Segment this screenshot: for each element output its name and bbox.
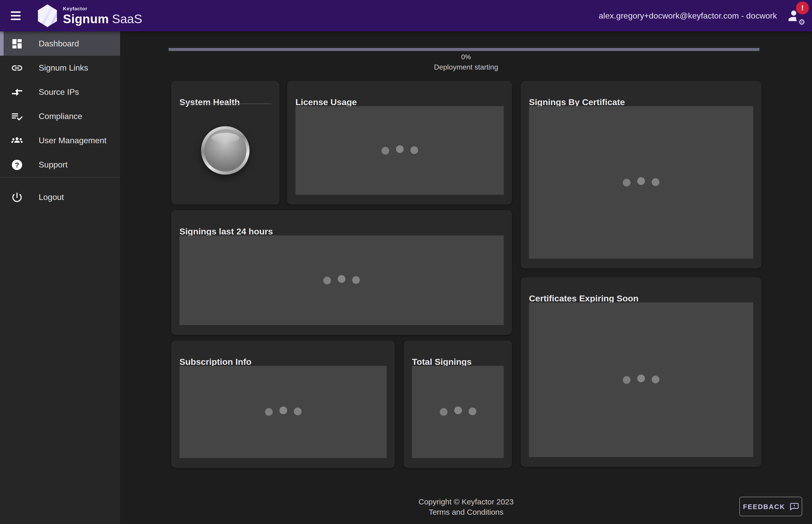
- sidebar-item-user-management[interactable]: User Management: [0, 128, 120, 152]
- sidebar-item-label: Dashboard: [39, 39, 79, 48]
- footer-copyright: Copyright © Keyfactor 2023: [120, 497, 812, 506]
- user-account-label: alex.gregory+docwork@keyfactor.com - doc…: [599, 11, 777, 20]
- hamburger-icon: [11, 11, 20, 13]
- card-certificates-expiring-soon: Certificates Expiring Soon: [521, 277, 762, 467]
- loading-dot: [637, 177, 645, 185]
- card-divider: [179, 103, 271, 104]
- loading-dots: [323, 276, 360, 284]
- dashboard-icon: [11, 37, 23, 50]
- system-health-status-orb: [201, 126, 250, 175]
- loading-dot: [293, 408, 301, 415]
- help-icon: ?: [11, 159, 23, 171]
- keyfactor-hexagon-logo: [37, 4, 58, 27]
- sidebar-item-label: Logout: [39, 193, 64, 202]
- feedback-bubble-icon: [789, 502, 799, 511]
- gear-icon: ⚙: [798, 18, 805, 26]
- loading-dot: [652, 178, 659, 186]
- chart-placeholder-panel: [179, 235, 504, 325]
- card-signings-by-certificate: Signings By Certificate: [521, 81, 762, 268]
- terms-and-conditions-link[interactable]: Terms and Conditions: [120, 508, 812, 516]
- card-system-health: System Health: [171, 81, 280, 204]
- manage-account-button[interactable]: ⚙ !: [784, 5, 805, 26]
- card-total-signings: Total Signings: [404, 341, 512, 468]
- sidebar-item-source-ips[interactable]: Source IPs: [0, 80, 120, 104]
- brand-saas: SaaS: [112, 13, 142, 25]
- brand-keyfactor: Keyfactor: [63, 6, 142, 11]
- loading-dot: [323, 276, 331, 284]
- sidebar-item-logout[interactable]: Logout: [0, 185, 120, 209]
- chart-placeholder-panel: [296, 106, 504, 195]
- sidebar-item-compliance[interactable]: Compliance: [0, 104, 120, 128]
- loading-dot: [279, 407, 287, 414]
- sidebar-item-dashboard[interactable]: Dashboard: [0, 31, 120, 56]
- sidebar-item-label: User Management: [39, 136, 107, 145]
- svg-text:?: ?: [15, 161, 19, 169]
- loading-dot: [410, 146, 418, 154]
- loading-dot: [440, 408, 447, 416]
- loading-dot: [637, 374, 645, 382]
- brand-logo[interactable]: Keyfactor Signum SaaS: [37, 4, 142, 27]
- card-subscription-info: Subscription Info: [171, 341, 395, 468]
- loading-dot: [454, 407, 462, 414]
- feedback-button[interactable]: FEEDBACK: [739, 497, 802, 516]
- deployment-status: Deployment starting: [120, 63, 812, 71]
- main-content: 0% Deployment starting System Health Lic…: [120, 31, 812, 524]
- chart-placeholder-panel: [529, 302, 753, 457]
- deployment-percent: 0%: [120, 53, 812, 61]
- sidebar-item-label: Compliance: [39, 112, 82, 121]
- link-icon: [11, 62, 23, 74]
- loading-dot: [396, 145, 403, 153]
- feedback-button-label: FEEDBACK: [743, 503, 785, 510]
- loading-dots: [381, 147, 418, 154]
- alert-badge: !: [796, 1, 809, 14]
- deployment-progress-bar: [169, 48, 760, 51]
- sidebar-item-label: Support: [39, 160, 67, 169]
- group-icon: [11, 134, 23, 147]
- card-license-usage: License Usage: [287, 81, 512, 204]
- playlist-check-icon: [11, 110, 23, 122]
- loading-dot: [352, 276, 360, 284]
- card-signings-last-24-hours: Signings last 24 hours: [171, 210, 512, 335]
- sidebar-item-support[interactable]: ? Support: [0, 152, 120, 177]
- card-title: System Health: [179, 97, 240, 108]
- loading-dot: [265, 408, 272, 416]
- chart-placeholder-panel: [412, 366, 504, 458]
- loading-dot: [623, 376, 631, 383]
- sidebar-item-signum-links[interactable]: Signum Links: [0, 56, 120, 80]
- sidebar: Dashboard Signum Links Source IPs: [0, 31, 120, 524]
- topbar-right: alex.gregory+docwork@keyfactor.com - doc…: [599, 5, 805, 26]
- power-icon: [11, 191, 23, 203]
- sidebar-divider: [0, 177, 120, 178]
- sidebar-item-label: Source IPs: [39, 87, 79, 97]
- compare-arrows-icon: [11, 86, 23, 98]
- loading-dots: [623, 376, 659, 383]
- loading-dots: [623, 179, 659, 186]
- loading-dot: [468, 408, 476, 415]
- loading-dot: [338, 275, 346, 283]
- loading-dot: [381, 147, 389, 154]
- loading-dot: [652, 375, 659, 383]
- loading-dots: [265, 408, 301, 416]
- chart-placeholder-panel: [529, 106, 753, 259]
- brand-signum: Signum: [63, 13, 109, 25]
- topbar: Keyfactor Signum SaaS alex.gregory+docwo…: [0, 0, 812, 31]
- chart-placeholder-panel: [179, 366, 387, 458]
- sidebar-item-label: Signum Links: [39, 63, 88, 72]
- loading-dots: [440, 408, 476, 416]
- loading-dot: [623, 179, 631, 186]
- signum-saas-app: Keyfactor Signum SaaS alex.gregory+docwo…: [0, 0, 812, 524]
- hamburger-menu-button[interactable]: [5, 5, 26, 26]
